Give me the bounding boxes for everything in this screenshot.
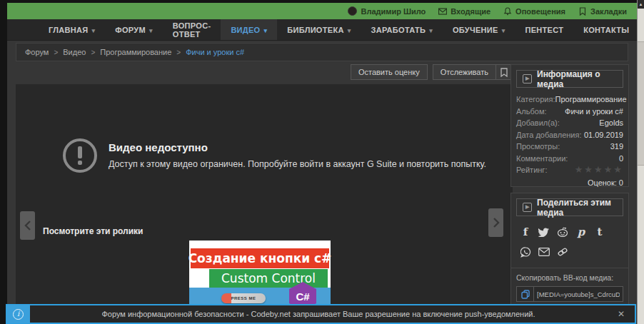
chevron-right-icon [493, 217, 500, 228]
breadcrumb-separator: > [54, 49, 58, 56]
chevron-down-icon [91, 26, 95, 34]
rate-button[interactable]: Оставить оценку [351, 64, 428, 80]
chevron-down-icon [263, 26, 267, 34]
bell-icon [503, 7, 512, 16]
main-nav: ГЛАВНАЯ ФОРУМ ВОПРОС-ОТВЕТ ВИДЕО БИБЛИОТ… [7, 19, 637, 41]
watch-button-group: Отслеживать [433, 64, 513, 80]
media-info-title: Информация о медиа [537, 69, 617, 89]
error-message: Доступ к этому видео ограничен. Попробуй… [109, 159, 486, 169]
nav-item-contacts[interactable]: КОНТАКТЫ [573, 19, 639, 40]
copy-icon [521, 290, 530, 299]
tumblr-icon[interactable]: t [590, 223, 609, 241]
facebook-icon[interactable]: f [516, 223, 535, 241]
sidebar: Информация о медиа Категория: Программир… [510, 64, 629, 313]
info-row-author: Добавил(а): Egolds [516, 117, 623, 129]
media-icon [523, 74, 532, 83]
scroll-up-button[interactable]: ▲ [638, 0, 644, 9]
info-row-views: Просмотры: 319 [516, 141, 623, 153]
related-video-thumbnail[interactable]: Создание кнопки c# Custom Control PRESS … [189, 241, 331, 310]
watch-button[interactable]: Отслеживать [433, 64, 496, 80]
notification-text: Форум информационной безопасности - Code… [30, 310, 607, 318]
carousel-prev-button[interactable] [20, 211, 35, 240]
bbcode-group [516, 286, 623, 302]
media-info-header: Информация о медиа [516, 70, 623, 88]
nav-item-library[interactable]: БИБЛИОТЕКА [277, 19, 361, 40]
browser-viewport: Владимир Шило Входящие Оповещения Заклад… [0, 0, 644, 324]
related-videos-label: Посмотрите эти ролики [43, 226, 144, 236]
media-info-panel: Информация о медиа Категория: Программир… [510, 64, 629, 187]
action-row: Оставить оценку Отслеживать [16, 64, 513, 80]
nav-item-qa[interactable]: ВОПРОС-ОТВЕТ [163, 19, 221, 40]
bookmark-icon [500, 68, 508, 77]
chevron-left-icon [24, 220, 31, 231]
info-row-category: Категория: Программирование [516, 93, 623, 106]
info-row-date: Дата добавления: 01.09.2019 [516, 129, 623, 141]
alerts-label: Оповещения [515, 7, 565, 16]
copy-button[interactable] [516, 286, 533, 302]
info-row-rating: Рейтинг: ★★★★★ [516, 164, 623, 176]
share-icons: f p t [516, 222, 623, 265]
chevron-down-icon [149, 26, 153, 34]
thumbnail-pressme-button: PRESS ME [221, 293, 266, 303]
scrollbar-thumb[interactable] [638, 41, 644, 166]
envelope-icon [438, 7, 447, 16]
breadcrumb-current[interactable]: Фичи и уроки c# [186, 48, 244, 56]
notification-close-button[interactable]: ✕ [607, 309, 635, 319]
member-bar: Владимир Шило Входящие Оповещения Заклад… [7, 3, 637, 19]
inbox-link[interactable]: Входящие [438, 7, 490, 16]
divider [511, 268, 628, 268]
share-panel: Поделиться этим медиа f p t [510, 193, 629, 307]
breadcrumb-video[interactable]: Видео [63, 48, 86, 56]
nav-item-video[interactable]: ВИДЕО [221, 19, 277, 40]
carousel-next-button[interactable] [488, 208, 503, 237]
username: Владимир Шило [361, 7, 426, 16]
nav-item-pentest[interactable]: ПЕНТЕСТ [515, 19, 573, 40]
share-header: Поделиться этим медиа [516, 198, 623, 216]
breadcrumb: Форум > Видео > Программирование > Фичи … [16, 43, 628, 61]
breadcrumb-separator: > [91, 49, 95, 56]
pinterest-icon[interactable]: p [572, 223, 590, 241]
bookmarks-label: Закладки [590, 7, 627, 16]
thumbnail-title-line1: Создание кнопки c# [191, 248, 329, 268]
inbox-label: Входящие [451, 7, 490, 16]
breadcrumb-programming[interactable]: Программирование [100, 48, 171, 56]
alerts-link[interactable]: Оповещения [503, 7, 565, 16]
chevron-down-icon [502, 26, 505, 34]
votes-count: Оценок: 0 [516, 178, 623, 187]
chevron-down-icon [429, 26, 433, 34]
error-title: Видео недоступно [109, 141, 486, 153]
reddit-icon[interactable] [553, 223, 572, 241]
scrollbar[interactable]: ▲ [637, 0, 644, 324]
breadcrumb-forum[interactable]: Форум [25, 48, 49, 56]
video-error: Видео недоступно Доступ к этому видео ог… [63, 138, 486, 173]
bookmarks-link[interactable]: Закладки [578, 7, 627, 16]
twitter-icon[interactable] [535, 223, 553, 241]
bookmark-icon [578, 7, 587, 16]
info-row-album: Альбом: Фичи и уроки c# [516, 106, 623, 118]
user-menu[interactable]: Владимир Шило [348, 6, 426, 16]
rating-stars[interactable]: ★★★★★ [575, 164, 623, 176]
nav-item-home[interactable]: ГЛАВНАЯ [39, 19, 105, 40]
thumbnail-title-line2: Custom Control [209, 269, 328, 288]
chevron-down-icon [348, 26, 351, 34]
breadcrumb-separator: > [176, 49, 181, 56]
bbcode-input[interactable] [533, 286, 623, 302]
email-share-icon[interactable] [535, 243, 553, 260]
info-icon: i [6, 305, 30, 323]
error-exclamation-icon [63, 138, 97, 173]
info-row-comments: Комментарии: 0 [516, 153, 623, 165]
page: Владимир Шило Входящие Оповещения Заклад… [7, 3, 637, 324]
link-icon[interactable] [553, 243, 572, 260]
whatsapp-icon[interactable] [516, 243, 535, 260]
video-player: Видео недоступно Доступ к этому видео ог… [16, 84, 513, 310]
nav-item-training[interactable]: ОБУЧЕНИЕ [443, 19, 515, 40]
nav-item-earn[interactable]: ЗАРАБОТАТЬ [361, 19, 443, 40]
avatar [348, 6, 357, 16]
share-title: Поделиться этим медиа [537, 198, 617, 218]
push-notification-bar: i Форум информационной безопасности - Co… [6, 304, 636, 324]
bbcode-label: Скопировать BB-код медиа: [516, 273, 623, 283]
media-icon [523, 203, 532, 212]
nav-item-forum[interactable]: ФОРУМ [105, 19, 162, 40]
